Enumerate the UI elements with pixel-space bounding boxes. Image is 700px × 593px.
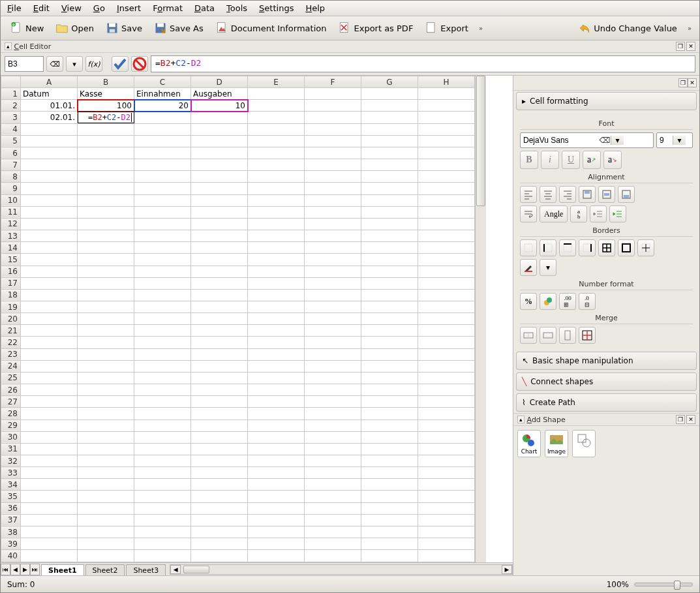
cell-H2[interactable] — [418, 100, 475, 112]
italic-button[interactable]: i — [541, 151, 559, 169]
cell-B11[interactable] — [78, 206, 134, 218]
cell-C26[interactable] — [134, 384, 191, 396]
cell-H12[interactable] — [418, 218, 475, 230]
cell-H14[interactable] — [418, 242, 475, 254]
cell-A14[interactable] — [21, 242, 78, 254]
cell-E18[interactable] — [248, 289, 305, 301]
row-header-23[interactable]: 23 — [1, 348, 21, 360]
row-header-19[interactable]: 19 — [1, 301, 21, 312]
row-header-11[interactable]: 11 — [1, 206, 21, 218]
zoom-slider[interactable] — [634, 583, 693, 586]
cell-D2[interactable]: 10 — [191, 100, 248, 112]
collapse-addshape-button[interactable]: ▴ — [517, 416, 525, 423]
font-family-combo[interactable]: ⌫ ▾ — [520, 132, 654, 148]
cell-B7[interactable] — [78, 159, 134, 171]
row-header-13[interactable]: 13 — [1, 230, 21, 242]
row-header-12[interactable]: 12 — [1, 218, 21, 230]
cell-E12[interactable] — [248, 218, 305, 230]
cell-B31[interactable] — [78, 443, 134, 455]
row-header-7[interactable]: 7 — [1, 159, 21, 171]
cell-H11[interactable] — [418, 206, 475, 218]
sheet-grid[interactable]: ABCDEFGH1DatumKasseEinnahmenAusgaben201.… — [1, 76, 475, 562]
cell-reference-input[interactable] — [5, 56, 44, 72]
cell-D8[interactable] — [191, 171, 248, 183]
cell-C10[interactable] — [134, 194, 191, 206]
cell-D17[interactable] — [191, 277, 248, 289]
cell-F33[interactable] — [305, 467, 361, 479]
cell-G32[interactable] — [361, 455, 418, 467]
cell-C40[interactable] — [134, 550, 191, 562]
row-header-24[interactable]: 24 — [1, 360, 21, 372]
cell-D10[interactable] — [191, 194, 248, 206]
row-header-14[interactable]: 14 — [1, 242, 21, 254]
cell-A7[interactable] — [21, 159, 78, 171]
cell-H22[interactable] — [418, 337, 475, 348]
cell-F11[interactable] — [305, 206, 361, 218]
celleditor-restore-icon[interactable]: ❐ — [676, 42, 685, 51]
cell-C19[interactable] — [134, 301, 191, 312]
align-bottom-button[interactable] — [618, 186, 635, 203]
menu-view[interactable]: View — [61, 3, 82, 13]
row-header-16[interactable]: 16 — [1, 266, 21, 277]
cell-C17[interactable] — [134, 277, 191, 289]
tab-nav-last[interactable]: ⏭ — [30, 564, 40, 575]
bold-button[interactable]: B — [520, 151, 538, 169]
cell-E39[interactable] — [248, 538, 305, 550]
cell-A4[interactable] — [21, 123, 78, 135]
cell-A18[interactable] — [21, 289, 78, 301]
cell-H18[interactable] — [418, 289, 475, 301]
cell-G4[interactable] — [361, 123, 418, 135]
cell-H34[interactable] — [418, 479, 475, 491]
cell-C35[interactable] — [134, 491, 191, 502]
cell-F15[interactable] — [305, 254, 361, 266]
cell-G6[interactable] — [361, 147, 418, 159]
row-header-5[interactable]: 5 — [1, 135, 21, 147]
open-button[interactable]: Open — [52, 19, 98, 37]
cell-C11[interactable] — [134, 206, 191, 218]
cell-B35[interactable] — [78, 491, 134, 502]
vertical-text-button[interactable]: ab — [570, 205, 587, 222]
cell-B15[interactable] — [78, 254, 134, 266]
cell-B21[interactable] — [78, 325, 134, 337]
cell-E28[interactable] — [248, 408, 305, 419]
align-middle-button[interactable] — [598, 186, 615, 203]
menu-insert[interactable]: Insert — [117, 3, 141, 13]
formula-input[interactable]: =B2+C2-D2 — [151, 55, 695, 72]
cell-E9[interactable] — [248, 183, 305, 194]
font-grow-button[interactable]: a↗ — [583, 151, 601, 169]
cell-F26[interactable] — [305, 384, 361, 396]
cell-D34[interactable] — [191, 479, 248, 491]
cell-B5[interactable] — [78, 135, 134, 147]
cell-G1[interactable] — [361, 88, 418, 100]
cell-formatting-panel-button[interactable]: ▸ Cell formatting — [516, 92, 697, 110]
cell-B10[interactable] — [78, 194, 134, 206]
cell-B32[interactable] — [78, 455, 134, 467]
cell-B27[interactable] — [78, 396, 134, 408]
cell-H1[interactable] — [418, 88, 475, 100]
cell-B30[interactable] — [78, 431, 134, 443]
cell-C23[interactable] — [134, 348, 191, 360]
cell-E25[interactable] — [248, 372, 305, 384]
cell-F1[interactable] — [305, 88, 361, 100]
cell-G33[interactable] — [361, 467, 418, 479]
cell-E3[interactable] — [248, 112, 305, 123]
col-header-H[interactable]: H — [418, 76, 475, 88]
row-header-10[interactable]: 10 — [1, 194, 21, 206]
cell-D14[interactable] — [191, 242, 248, 254]
cell-D4[interactable] — [191, 123, 248, 135]
cell-C3[interactable] — [134, 112, 191, 123]
row-header-20[interactable]: 20 — [1, 313, 21, 325]
cell-F37[interactable] — [305, 514, 361, 526]
cell-D7[interactable] — [191, 159, 248, 171]
row-header-31[interactable]: 31 — [1, 443, 21, 455]
cell-A10[interactable] — [21, 194, 78, 206]
unmerge-button[interactable] — [579, 327, 596, 344]
cell-G21[interactable] — [361, 325, 418, 337]
cell-C7[interactable] — [134, 159, 191, 171]
cell-H15[interactable] — [418, 254, 475, 266]
cell-E15[interactable] — [248, 254, 305, 266]
cell-G36[interactable] — [361, 502, 418, 514]
cell-G15[interactable] — [361, 254, 418, 266]
row-header-3[interactable]: 3 — [1, 112, 21, 123]
cell-B37[interactable] — [78, 514, 134, 526]
